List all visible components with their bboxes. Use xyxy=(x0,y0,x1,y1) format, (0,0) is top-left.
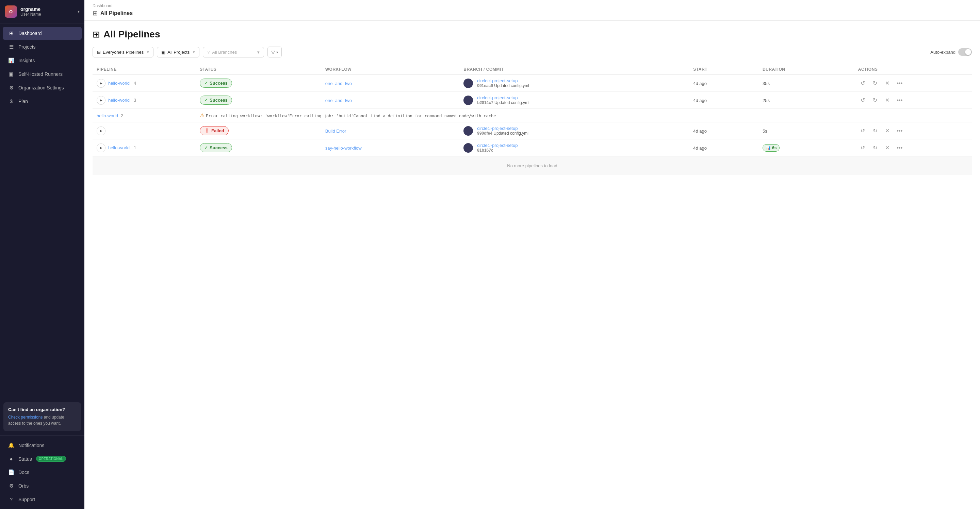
branch-avatar xyxy=(463,143,473,153)
status-badge-success: ✓ Success xyxy=(200,79,232,88)
filter-button[interactable]: ▽ ▾ xyxy=(267,47,282,57)
auto-expand-control: Auto-expand xyxy=(930,48,972,56)
sidebar-item-organization-settings[interactable]: ⚙ Organization Settings xyxy=(3,81,82,94)
table-row: ▶ hello-world 4 ✓ Success one_and_two ci… xyxy=(92,75,972,92)
cancel-icon[interactable]: ✕ xyxy=(883,126,892,136)
more-icon[interactable]: ••• xyxy=(895,143,904,153)
topbar-title-row: ⊞ All Pipelines xyxy=(92,10,972,17)
pipeline-link[interactable]: hello-world xyxy=(108,98,130,103)
sidebar-item-dashboard[interactable]: ⊞ Dashboard xyxy=(3,27,82,40)
table-row: ▶ hello-world 3 ✓ Success one_and_two ci… xyxy=(92,92,972,109)
commit-info: 990dfe4 Updated config.yml xyxy=(477,131,528,136)
play-button[interactable]: ▶ xyxy=(97,143,105,152)
rerun-icon[interactable]: ↺ xyxy=(858,143,868,153)
chevron-down-icon: ▾ xyxy=(193,50,195,54)
duration: 25s xyxy=(762,98,770,103)
more-icon[interactable]: ••• xyxy=(895,95,904,105)
branch-info: circleci-project-setup 81b167c xyxy=(477,143,517,153)
branches-filter-input[interactable]: ⑂ All Branches ▾ xyxy=(203,47,264,57)
rerun-failed-icon[interactable]: ↻ xyxy=(870,95,880,105)
commit-info: b2814c7 Updated config.yml xyxy=(477,100,529,105)
rerun-failed-icon[interactable]: ↻ xyxy=(870,79,880,88)
branch-name[interactable]: circleci-project-setup xyxy=(477,126,528,131)
sidebar-item-label: Dashboard xyxy=(18,31,42,36)
sidebar-item-notifications[interactable]: 🔔 Notifications xyxy=(3,439,82,452)
branch-info: circleci-project-setup 091eac9 Updated c… xyxy=(477,78,529,88)
sidebar-item-label: Projects xyxy=(18,44,36,50)
more-icon[interactable]: ••• xyxy=(895,79,904,88)
table-body: ▶ hello-world 4 ✓ Success one_and_two ci… xyxy=(92,75,972,156)
branch-name[interactable]: circleci-project-setup xyxy=(477,143,517,148)
sidebar-item-label: Plan xyxy=(18,98,28,104)
rerun-failed-icon[interactable]: ↻ xyxy=(870,143,880,153)
branch-avatar xyxy=(463,95,473,105)
rerun-icon[interactable]: ↺ xyxy=(858,126,868,136)
branch-name[interactable]: circleci-project-setup xyxy=(477,78,529,83)
cant-find-org-box: Can't find an organization? Check permis… xyxy=(3,402,81,431)
filter-icon: ▽ xyxy=(271,49,275,55)
action-icons: ↺ ↻ ✕ ••• xyxy=(858,143,968,153)
sidebar-item-docs[interactable]: 📄 Docs xyxy=(3,466,82,479)
pipelines-filter-icon: ⊞ xyxy=(97,50,101,55)
check-permissions-link[interactable]: Check permissions xyxy=(8,415,43,420)
docs-label: Docs xyxy=(18,469,29,475)
start-time: 4d ago xyxy=(693,98,707,103)
sidebar-item-label: Organization Settings xyxy=(18,85,64,90)
org-name: orgname xyxy=(21,6,41,12)
pipeline-num: 1 xyxy=(134,145,136,150)
col-duration: Duration xyxy=(759,64,854,75)
page-title: All Pipelines xyxy=(103,29,160,40)
workflow-link[interactable]: one_and_two xyxy=(325,81,352,86)
play-button[interactable]: ▶ xyxy=(97,96,105,105)
sidebar-item-status[interactable]: ● Status OPERATIONAL xyxy=(3,453,82,465)
workflow-link[interactable]: Build Error xyxy=(325,128,346,134)
workflow-link[interactable]: one_and_two xyxy=(325,98,352,103)
sidebar-item-projects[interactable]: ☰ Projects xyxy=(3,40,82,53)
commit-hash: 990dfe4 xyxy=(477,131,492,136)
projects-filter-label: All Projects xyxy=(167,50,189,55)
commit-hash: b2814c7 xyxy=(477,100,493,105)
org-info[interactable]: O orgname User Name xyxy=(5,5,41,18)
breadcrumb: Dashboard xyxy=(92,3,972,8)
table-row: hello-world 2 ⚠ Error calling workflow: … xyxy=(92,109,972,122)
rerun-failed-icon[interactable]: ↻ xyxy=(870,126,880,136)
error-message: Error calling workflow: 'workflow'Error … xyxy=(206,114,496,118)
gear-icon: ⚙ xyxy=(8,85,14,91)
grid-icon: ⊞ xyxy=(8,30,14,36)
sidebar-item-self-hosted-runners[interactable]: ▣ Self-Hosted Runners xyxy=(3,68,82,81)
sidebar-bottom: 🔔 Notifications ● Status OPERATIONAL 📄 D… xyxy=(0,435,84,509)
sidebar-item-insights[interactable]: 📊 Insights xyxy=(3,54,82,67)
more-icon[interactable]: ••• xyxy=(895,126,904,136)
status-badge-success: ✓ Success xyxy=(200,143,232,152)
cancel-icon[interactable]: ✕ xyxy=(883,143,892,153)
pipeline-num: 4 xyxy=(134,81,136,86)
chevron-down-icon[interactable]: ▾ xyxy=(78,9,80,14)
cancel-icon[interactable]: ✕ xyxy=(883,79,892,88)
workflow-link[interactable]: say-hello-workflow xyxy=(325,146,362,151)
play-button[interactable]: ▶ xyxy=(97,79,105,88)
cancel-icon[interactable]: ✕ xyxy=(883,95,892,105)
org-text: orgname User Name xyxy=(21,6,41,17)
server-icon: ▣ xyxy=(8,71,14,77)
col-pipeline: Pipeline xyxy=(92,64,196,75)
auto-expand-label: Auto-expand xyxy=(930,50,956,55)
sidebar: O orgname User Name ▾ ⊞ Dashboard ☰ Proj… xyxy=(0,0,84,509)
auto-expand-toggle[interactable] xyxy=(958,48,972,56)
pipeline-link[interactable]: hello-world xyxy=(108,145,130,150)
branch-info: circleci-project-setup b2814c7 Updated c… xyxy=(477,95,529,105)
pipelines-filter-dropdown[interactable]: ⊞ Everyone's Pipelines ▾ xyxy=(92,47,153,57)
rerun-icon[interactable]: ↺ xyxy=(858,79,868,88)
sidebar-item-plan[interactable]: $ Plan xyxy=(3,95,82,108)
pipeline-link[interactable]: hello-world xyxy=(97,113,118,118)
chevron-down-icon: ▾ xyxy=(147,50,149,54)
sidebar-item-orbs[interactable]: ⚙ Orbs xyxy=(3,479,82,492)
play-button[interactable]: ▶ xyxy=(97,127,105,135)
action-icons: ↺ ↻ ✕ ••• xyxy=(858,126,968,136)
rerun-icon[interactable]: ↺ xyxy=(858,95,868,105)
projects-filter-dropdown[interactable]: ▣ All Projects ▾ xyxy=(157,47,199,57)
branch-name[interactable]: circleci-project-setup xyxy=(477,95,529,100)
pipeline-link[interactable]: hello-world xyxy=(108,81,130,86)
branch-info: circleci-project-setup 990dfe4 Updated c… xyxy=(477,126,528,136)
sidebar-item-support[interactable]: ? Support xyxy=(3,493,82,506)
list-icon: ☰ xyxy=(8,44,14,50)
